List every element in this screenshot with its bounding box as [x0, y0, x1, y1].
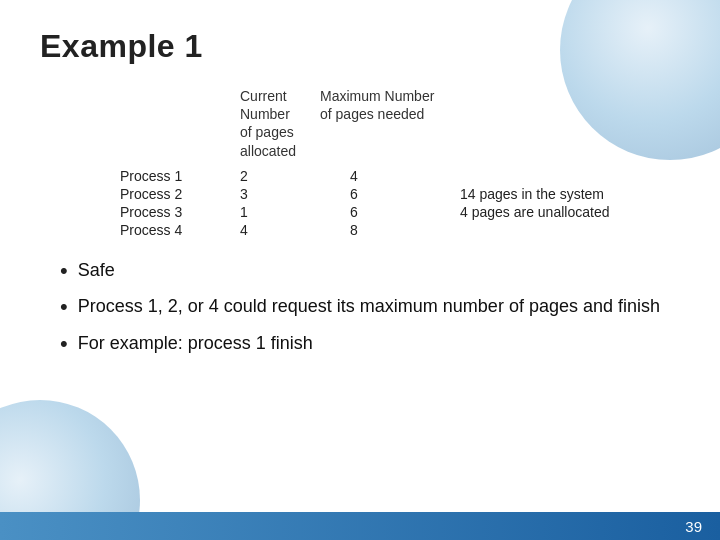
- process-3-note: 4 pages are unallocated: [460, 204, 680, 220]
- page-number-bar: 39: [0, 512, 720, 540]
- bullet-icon-1: •: [60, 258, 68, 284]
- table-row: Process 1 2 4: [120, 168, 680, 184]
- col-maximum-header: Maximum Numberof pages needed: [320, 87, 460, 160]
- col-extra-header: [460, 87, 680, 160]
- process-4-max: 8: [320, 222, 460, 238]
- process-3-max: 6: [320, 204, 460, 220]
- process-1-label: Process 1: [120, 168, 240, 184]
- process-2-note: 14 pages in the system: [460, 186, 680, 202]
- bullet-icon-3: •: [60, 331, 68, 357]
- table-row: Process 4 4 8: [120, 222, 680, 238]
- process-2-max: 6: [320, 186, 460, 202]
- process-1-current: 2: [240, 168, 320, 184]
- bullet-icon-2: •: [60, 294, 68, 320]
- process-4-label: Process 4: [120, 222, 240, 238]
- bullet-text-3: For example: process 1 finish: [78, 331, 313, 355]
- process-1-max: 4: [320, 168, 460, 184]
- col-label-empty: [120, 87, 240, 160]
- page-number: 39: [685, 518, 702, 535]
- bullet-text-2: Process 1, 2, or 4 could request its max…: [78, 294, 660, 318]
- process-3-label: Process 3: [120, 204, 240, 220]
- process-3-current: 1: [240, 204, 320, 220]
- list-item: • Process 1, 2, or 4 could request its m…: [60, 294, 680, 320]
- list-item: • Safe: [60, 258, 680, 284]
- table-header-row: Current Numberof pages allocated Maximum…: [120, 87, 680, 160]
- process-4-current: 4: [240, 222, 320, 238]
- data-table: Process 1 2 4 Process 2 3 6 14 pages in …: [120, 168, 680, 238]
- slide: Example 1 Current Numberof pages allocat…: [0, 0, 720, 540]
- table-row: Process 3 1 6 4 pages are unallocated: [120, 204, 680, 220]
- title-bar: Example 1: [0, 0, 720, 77]
- table-section: Current Numberof pages allocated Maximum…: [120, 87, 680, 238]
- process-2-label: Process 2: [120, 186, 240, 202]
- main-content: Current Numberof pages allocated Maximum…: [0, 87, 720, 357]
- col-current-header: Current Numberof pages allocated: [240, 87, 320, 160]
- page-title: Example 1: [40, 28, 203, 64]
- bullet-text-1: Safe: [78, 258, 115, 282]
- list-item: • For example: process 1 finish: [60, 331, 680, 357]
- process-2-current: 3: [240, 186, 320, 202]
- bullets-section: • Safe • Process 1, 2, or 4 could reques…: [40, 258, 680, 357]
- table-row: Process 2 3 6 14 pages in the system: [120, 186, 680, 202]
